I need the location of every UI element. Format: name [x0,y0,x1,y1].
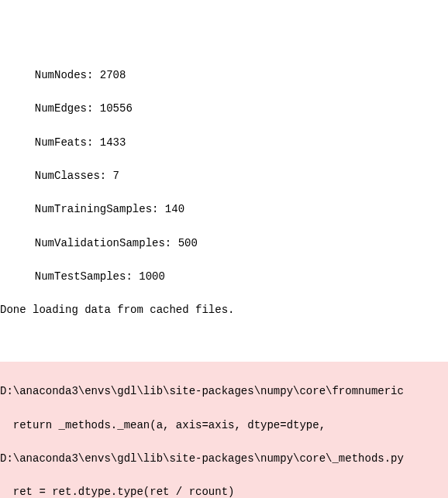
numclasses-line: NumClasses: 7 [0,168,448,185]
numnodes-line: NumNodes: 2708 [0,67,448,84]
warning-path-2: D:\anaconda3\envs\gdl\lib\site-packages\… [0,451,448,468]
warning-path-1: D:\anaconda3\envs\gdl\lib\site-packages\… [0,383,448,400]
done-line: Done loading data from cached files. [0,302,448,319]
numfeats-line: NumFeats: 1433 [0,135,448,152]
numtrain-line: NumTrainingSamples: 140 [0,201,448,218]
warning-code-2: ret = ret.dtype.type(ret / rcount) [0,484,448,498]
numtest-line: NumTestSamples: 1000 [0,269,448,286]
warning-block: D:\anaconda3\envs\gdl\lib\site-packages\… [0,362,448,498]
numedges-line: NumEdges: 10556 [0,101,448,118]
warning-code-1: return _methods._mean(a, axis=axis, dtyp… [0,417,448,434]
dataset-header: NumNodes: 2708 NumEdges: 10556 NumFeats:… [0,50,448,336]
numvalid-line: NumValidationSamples: 500 [0,235,448,252]
